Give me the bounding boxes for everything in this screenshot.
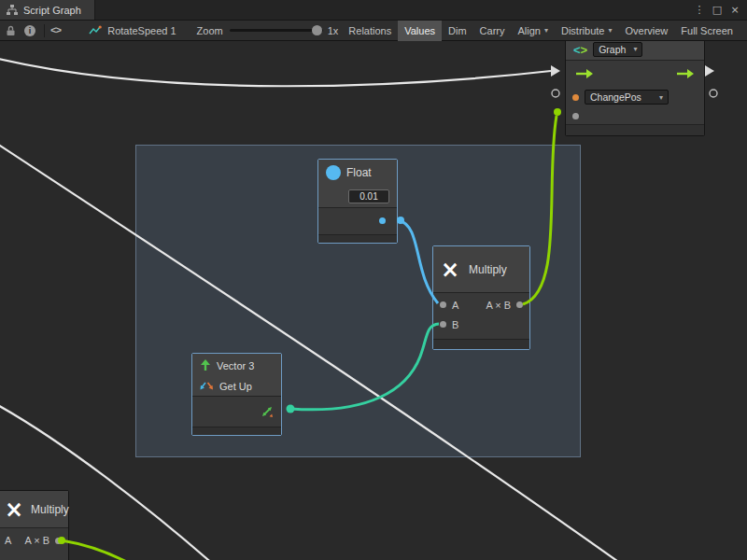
- multiply-icon: ×: [5, 498, 23, 521]
- distribute-button[interactable]: Distribute▾: [555, 21, 618, 41]
- info-icon[interactable]: i: [24, 25, 35, 36]
- window-menu-icon[interactable]: ⋮: [692, 4, 707, 16]
- port-label-output: A × B: [486, 300, 511, 311]
- multiply-icon: ×: [441, 259, 459, 281]
- chevron-down-icon: ▾: [633, 45, 637, 53]
- node-multiply-partial[interactable]: × Multiply A A × B: [0, 490, 69, 560]
- align-button[interactable]: Align▾: [511, 21, 554, 41]
- script-graph-window: Script Graph ⋮ □ × i <> RotateSpeed 1 Zo…: [0, 0, 747, 560]
- breadcrumb[interactable]: RotateSpeed 1: [107, 25, 176, 36]
- script-graph-icon: [7, 5, 18, 16]
- code-view-icon[interactable]: <>: [50, 25, 61, 36]
- values-button[interactable]: Values: [398, 21, 442, 41]
- toolbar-separator: [44, 24, 45, 37]
- graph-toolbar: i <> RotateSpeed 1 Zoom 1x Relations Val…: [0, 21, 747, 41]
- port-label-output: A × B: [24, 535, 49, 546]
- lock-icon[interactable]: [6, 25, 16, 36]
- multiply-input-a-port[interactable]: [440, 301, 446, 308]
- node-footer: [192, 427, 281, 435]
- float-value-input[interactable]: 0.01: [348, 189, 389, 203]
- overview-button[interactable]: Overview: [618, 21, 674, 41]
- wire-endpoint-green-top: [554, 108, 561, 116]
- zoom-value: 1x: [328, 25, 339, 36]
- node-title: Vector 3: [217, 360, 254, 371]
- port-label-a: A: [5, 535, 11, 546]
- float-output-port[interactable]: [379, 217, 386, 224]
- relations-button[interactable]: Relations: [342, 21, 398, 41]
- node-subtitle: Get Up: [219, 381, 252, 392]
- dim-button[interactable]: Dim: [442, 21, 473, 41]
- chevron-down-icon: ▾: [659, 93, 663, 102]
- maximize-icon[interactable]: □: [710, 4, 725, 16]
- flow-arrow-right: [705, 65, 714, 77]
- visual-scripting-icon: <>: [573, 41, 587, 58]
- graph-canvas[interactable]: <> Graph ▾ ChangePos: [0, 41, 747, 560]
- wire-white-flow-in: [0, 58, 551, 86]
- value-input-port[interactable]: [572, 113, 579, 119]
- flow-arrow-left: [551, 65, 560, 77]
- chevron-down-icon: ▾: [544, 26, 548, 35]
- node-footer: [566, 124, 704, 135]
- multiply-output-port[interactable]: [55, 538, 62, 544]
- get-up-icon: [200, 381, 214, 391]
- port-label-a: A: [452, 300, 458, 311]
- node-title: Multiply: [31, 503, 69, 516]
- variable-kind-dropdown[interactable]: Graph ▾: [593, 42, 642, 57]
- vector3-output-port[interactable]: [261, 405, 274, 418]
- node-multiply[interactable]: × Multiply A A × B B: [432, 245, 530, 350]
- node-float[interactable]: Float 0.01: [317, 159, 398, 244]
- zoom-label: Zoom: [197, 25, 223, 36]
- node-footer: [433, 339, 529, 349]
- wire-multiply-partial-output: [62, 540, 182, 560]
- multiply-input-b-port[interactable]: [440, 321, 446, 328]
- toolbar-buttons: Relations Values Dim Carry Align▾ Distri…: [342, 21, 740, 41]
- titlebar: Script Graph ⋮ □ ×: [0, 0, 747, 21]
- flow-input-port[interactable]: [575, 68, 594, 79]
- unconnected-port-ring-left: [552, 90, 559, 97]
- multiply-output-port[interactable]: [516, 301, 523, 308]
- variable-name-port[interactable]: [572, 94, 579, 101]
- zoom-slider-handle[interactable]: [312, 25, 322, 35]
- node-set-variable[interactable]: <> Graph ▾ ChangePos: [565, 37, 705, 136]
- fullscreen-button[interactable]: Full Screen: [674, 21, 740, 41]
- zoom-slider[interactable]: [230, 29, 323, 32]
- close-icon[interactable]: ×: [727, 4, 742, 16]
- vector3-icon: [200, 359, 211, 371]
- graph-asset-icon: [89, 25, 102, 36]
- unconnected-port-ring-right: [710, 90, 717, 97]
- flow-output-port[interactable]: [676, 68, 695, 79]
- float-type-icon: [326, 165, 341, 180]
- variable-name-dropdown[interactable]: ChangePos ▾: [585, 90, 669, 105]
- window-title: Script Graph: [23, 5, 81, 16]
- chevron-down-icon: ▾: [608, 26, 612, 35]
- node-footer: [318, 234, 397, 243]
- node-title: Float: [346, 166, 372, 179]
- node-title: Multiply: [469, 263, 507, 276]
- port-label-b: B: [452, 319, 458, 330]
- window-tab[interactable]: Script Graph: [0, 0, 95, 20]
- carry-button[interactable]: Carry: [473, 21, 512, 41]
- node-vector3-get-up[interactable]: Vector 3 Get Up: [191, 353, 282, 436]
